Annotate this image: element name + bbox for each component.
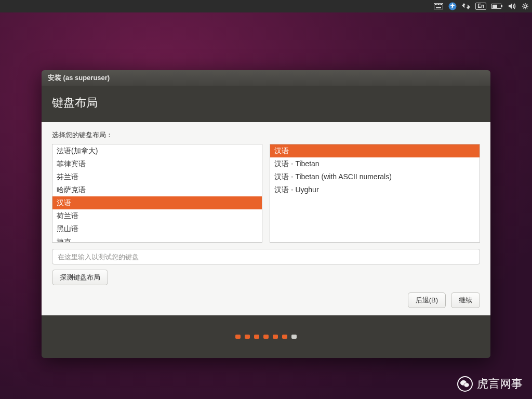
list-item[interactable]: 汉语 - Tibetan (with ASCII numerals): [270, 170, 480, 183]
list-item[interactable]: 汉语 - Tibetan: [270, 157, 480, 170]
svg-rect-6: [436, 7, 441, 8]
progress-dot: [263, 335, 269, 339]
svg-point-15: [524, 5, 527, 8]
keyboard-indicator-icon[interactable]: [434, 3, 443, 9]
list-item[interactable]: 捷克: [52, 235, 262, 243]
network-icon[interactable]: [462, 3, 470, 10]
wechat-icon: [457, 376, 473, 392]
svg-marker-10: [467, 7, 470, 9]
progress-dot: [235, 335, 241, 339]
list-item[interactable]: 法语(加拿大): [52, 144, 262, 157]
svg-rect-4: [440, 4, 441, 5]
variant-listbox[interactable]: 汉语汉语 - Tibetan汉语 - Tibetan (with ASCII n…: [270, 144, 480, 243]
accessibility-icon[interactable]: [448, 2, 457, 10]
svg-rect-1: [435, 4, 436, 5]
svg-point-17: [464, 383, 469, 387]
progress-dot: [282, 335, 287, 339]
list-item[interactable]: 菲律宾语: [52, 157, 262, 170]
list-item[interactable]: 荷兰语: [52, 209, 262, 222]
list-item[interactable]: 芬兰语: [52, 170, 262, 183]
volume-icon[interactable]: [508, 3, 516, 10]
content-area: 选择您的键盘布局： 法语(加拿大)菲律宾语芬兰语哈萨克语汉语荷兰语黑山语捷克柯尔…: [42, 122, 490, 315]
continue-button[interactable]: 继续: [451, 292, 480, 308]
svg-rect-2: [436, 4, 437, 5]
list-item[interactable]: 汉语: [270, 144, 480, 157]
battery-icon[interactable]: [491, 3, 503, 9]
progress-dot: [273, 335, 278, 339]
input-method-indicator[interactable]: En: [475, 3, 486, 10]
list-item[interactable]: 汉语: [52, 196, 262, 209]
svg-rect-12: [501, 5, 502, 7]
layout-lists: 法语(加拿大)菲律宾语芬兰语哈萨克语汉语荷兰语黑山语捷克柯尔克孜语(吉尔吉斯语)…: [52, 144, 480, 243]
installer-window: 安装 (as superuser) 键盘布局 选择您的键盘布局： 法语(加拿大)…: [42, 70, 490, 358]
list-item[interactable]: 汉语 - Uyghur: [270, 183, 480, 196]
language-listbox[interactable]: 法语(加拿大)菲律宾语芬兰语哈萨克语汉语荷兰语黑山语捷克柯尔克孜语(吉尔吉斯语): [52, 144, 262, 243]
test-keyboard-input[interactable]: [52, 249, 480, 264]
watermark-text: 虎言网事: [477, 376, 523, 392]
progress-dot: [254, 335, 259, 339]
settings-gear-icon[interactable]: [522, 3, 529, 10]
progress-footer: [42, 315, 490, 358]
watermark: 虎言网事: [457, 376, 523, 392]
window-titlebar[interactable]: 安装 (as superuser): [42, 70, 490, 86]
svg-rect-13: [493, 5, 497, 8]
svg-marker-9: [462, 3, 466, 5]
svg-rect-3: [438, 4, 439, 5]
window-title: 安装 (as superuser): [48, 73, 110, 83]
svg-point-8: [452, 4, 454, 5]
progress-dot: [245, 335, 250, 339]
prompt-label: 选择您的键盘布局：: [52, 130, 480, 140]
list-item[interactable]: 哈萨克语: [52, 183, 262, 196]
svg-marker-14: [509, 3, 512, 9]
svg-rect-5: [441, 4, 442, 5]
page-heading: 键盘布局: [42, 86, 490, 122]
list-item[interactable]: 黑山语: [52, 222, 262, 235]
progress-dot: [291, 335, 297, 339]
system-topbar: En: [0, 0, 532, 12]
back-button[interactable]: 后退(B): [408, 292, 446, 308]
detect-layout-button[interactable]: 探测键盘布局: [52, 270, 108, 285]
